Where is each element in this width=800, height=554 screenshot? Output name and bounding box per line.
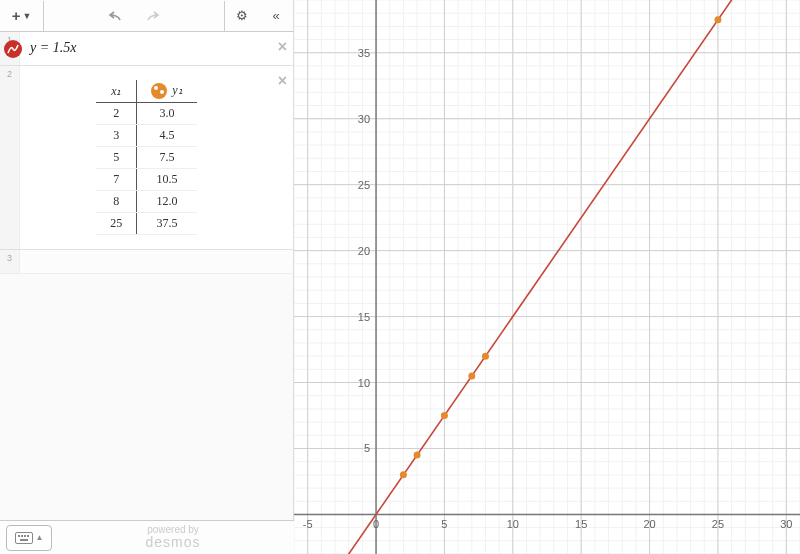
svg-text:15: 15 [575,518,587,530]
svg-rect-3 [24,535,26,537]
table-row[interactable]: 34.5 [96,125,196,147]
table-row[interactable]: 57.5 [96,147,196,169]
brand-text: desmos [52,535,294,550]
table-header-x[interactable]: x₁ [96,80,137,103]
svg-rect-5 [20,539,28,541]
top-toolbar: + ▼ ⚙ « [0,0,293,32]
bottom-bar: ▲ powered by desmos [0,520,294,554]
svg-text:25: 25 [358,179,370,191]
svg-text:5: 5 [364,442,370,454]
svg-text:10: 10 [507,518,519,530]
table-body: 23.034.557.5710.5812.02537.5 [96,103,196,235]
delete-expression-button[interactable]: × [278,38,287,56]
cell-y[interactable]: 4.5 [137,125,197,147]
chevron-up-icon: ▲ [36,533,44,542]
cell-y[interactable]: 12.0 [137,191,197,213]
svg-text:0: 0 [373,518,379,530]
table-header-y[interactable]: y₁ [137,80,197,103]
graph-svg: -50510152025305101520253035 [294,0,800,554]
delete-expression-button[interactable]: × [278,72,287,90]
cell-x[interactable]: 7 [96,169,137,191]
undo-redo-group [44,1,224,31]
points-color-icon[interactable] [151,83,167,99]
plus-icon: + [12,7,21,24]
cell-y[interactable]: 37.5 [137,213,197,235]
svg-point-122 [414,452,421,459]
keyboard-icon [15,532,33,544]
gear-icon: ⚙ [236,8,248,23]
caret-down-icon: ▼ [22,11,31,21]
graph-area[interactable]: -50510152025305101520253035 [294,0,800,554]
svg-point-123 [441,412,448,419]
data-table: x₁ y₁ 23.034.557.5710.5812.02537.5 [96,80,196,235]
expression-sidebar: + ▼ ⚙ « 1 y = 1.5x × 2 × [0,0,294,554]
cell-y[interactable]: 3.0 [137,103,197,125]
line-color-icon[interactable] [4,40,22,58]
expression-index: 3 [0,250,20,273]
cell-x[interactable]: 3 [96,125,137,147]
svg-point-121 [400,471,407,478]
expression-row-equation[interactable]: 1 y = 1.5x × [0,32,293,66]
expression-index: 2 [0,66,20,249]
table-row[interactable]: 710.5 [96,169,196,191]
cell-x[interactable]: 2 [96,103,137,125]
settings-button[interactable]: ⚙ [225,1,259,31]
svg-rect-0 [15,532,32,543]
add-expression-button[interactable]: + ▼ [0,1,44,31]
svg-text:20: 20 [643,518,655,530]
svg-rect-1 [18,535,20,537]
equation-text[interactable]: y = 1.5x [30,40,76,55]
svg-text:-5: -5 [303,518,313,530]
svg-text:10: 10 [358,377,370,389]
keyboard-toggle-button[interactable]: ▲ [6,525,52,551]
svg-point-124 [468,372,475,379]
cell-y[interactable]: 7.5 [137,147,197,169]
col2-label: y₁ [172,83,182,97]
svg-text:5: 5 [441,518,447,530]
table-row[interactable]: 812.0 [96,191,196,213]
table-row[interactable]: 23.0 [96,103,196,125]
powered-by-desmos: powered by desmos [52,524,294,550]
table-row[interactable]: 2537.5 [96,213,196,235]
chevron-left-icon: « [272,8,279,23]
cell-y[interactable]: 10.5 [137,169,197,191]
svg-rect-2 [21,535,23,537]
cell-x[interactable]: 8 [96,191,137,213]
cell-x[interactable]: 5 [96,147,137,169]
svg-text:15: 15 [358,311,370,323]
redo-button[interactable] [137,1,167,31]
collapse-sidebar-button[interactable]: « [259,1,293,31]
svg-point-126 [714,16,721,23]
cell-x[interactable]: 25 [96,213,137,235]
svg-text:20: 20 [358,245,370,257]
expression-row-table[interactable]: 2 × x₁ y₁ 23.034.557.5710.5812.02537.5 [0,66,293,250]
svg-rect-4 [27,535,29,537]
svg-text:35: 35 [358,47,370,59]
svg-text:25: 25 [712,518,724,530]
svg-text:30: 30 [780,518,792,530]
svg-text:30: 30 [358,113,370,125]
new-expression-row[interactable]: 3 [0,250,293,274]
undo-button[interactable] [101,1,131,31]
svg-point-125 [482,353,489,360]
